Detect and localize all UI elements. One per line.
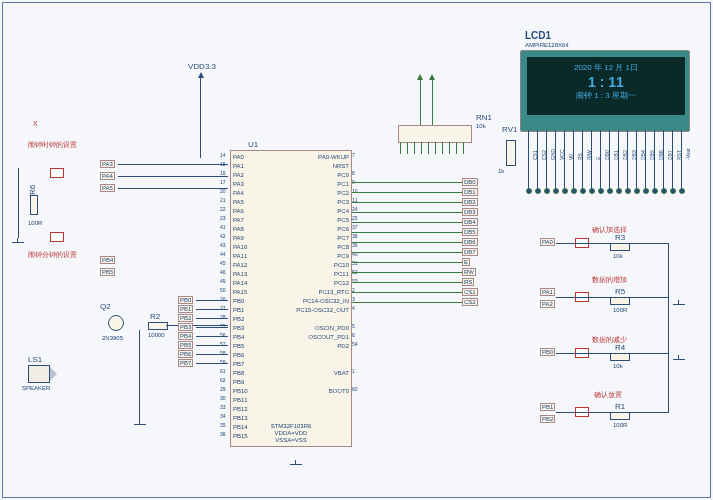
net-pa5: PA5	[100, 184, 115, 192]
r3[interactable]	[610, 243, 630, 251]
lcd-screen: 2020 年 12 月 1日 1 : 11 闹钟 1 : 3 星期一	[527, 57, 685, 115]
min-set-label: 闹钟分钟的设置	[28, 250, 77, 260]
x-label: X	[33, 120, 38, 127]
wire	[556, 412, 610, 413]
u1-power: VDDA=VDDVSSA=VSS	[275, 430, 308, 443]
wire	[118, 188, 228, 189]
gnd-ls	[134, 420, 146, 428]
r5[interactable]	[610, 297, 630, 305]
data-inc-label: 数据的增加	[592, 275, 627, 285]
net-pa2-r: PA2	[540, 300, 555, 308]
button-min-up[interactable]	[50, 232, 64, 242]
r2[interactable]	[148, 322, 168, 330]
net-pb1-r: PB1	[540, 403, 555, 411]
gnd-r1	[673, 300, 685, 308]
rn1[interactable]	[398, 125, 472, 143]
r5-ref: R5	[615, 287, 625, 296]
wire	[628, 243, 668, 244]
wire	[200, 78, 201, 158]
u1-ref: U1	[248, 140, 258, 149]
wire	[628, 297, 668, 298]
wire	[139, 330, 140, 420]
lcd-module[interactable]: 2020 年 12 月 1日 1 : 11 闹钟 1 : 3 星期一	[520, 50, 690, 132]
rv1-pot[interactable]	[506, 140, 516, 166]
lcd-part: AMPIRE128X64	[525, 42, 569, 48]
wire	[18, 168, 19, 238]
r6[interactable]	[30, 195, 38, 215]
lcd-ref: LCD1	[525, 30, 551, 41]
vdd-arrow	[198, 72, 204, 78]
net-pa1-r: PA1	[540, 288, 555, 296]
r6-val: 100R	[28, 220, 42, 226]
wire	[420, 80, 421, 130]
r4-val: 10k	[613, 363, 623, 369]
wire	[628, 412, 668, 413]
gnd-left	[12, 238, 24, 246]
gnd-chip	[290, 460, 302, 468]
q2-part: 2N3905	[102, 335, 123, 341]
confirm-set-label: 确认放置	[594, 390, 622, 400]
rv1-ref: RV1	[502, 125, 517, 134]
wire	[628, 353, 668, 354]
rn1-ref: RN1	[476, 113, 492, 122]
net-pb0-r: PB0	[540, 348, 555, 356]
lcd-line2: 1 : 11	[531, 75, 681, 89]
gnd-r2	[673, 355, 685, 363]
u1-chip[interactable]: PA0PA1PA2PA3PA4PA5PA6PA7PA8PA9PA10PA11PA…	[230, 150, 352, 447]
speaker[interactable]	[28, 365, 50, 383]
net-pb5: PB5	[100, 268, 115, 276]
wire	[668, 243, 669, 413]
q2-transistor[interactable]	[108, 315, 124, 331]
ls1-ref: LS1	[28, 355, 42, 364]
rv1-val: 1k	[498, 168, 504, 174]
wire	[166, 325, 228, 326]
hour-set-label: 闹钟时钟的设置	[28, 140, 77, 150]
r3-val: 10k	[613, 253, 623, 259]
wire	[556, 353, 610, 354]
r3-ref: R3	[615, 233, 625, 242]
wire	[118, 176, 228, 177]
lcd-line3: 闹钟 1 : 3 星期一	[531, 89, 681, 103]
net-pa4: PA4	[100, 172, 115, 180]
r2-val: 10000	[148, 332, 165, 338]
net-pb2-r: PB2	[540, 415, 555, 423]
wire	[556, 243, 610, 244]
wire	[432, 80, 433, 130]
wire	[556, 297, 610, 298]
button-hour-up[interactable]	[50, 168, 64, 178]
r2-ref: R2	[150, 312, 160, 321]
arrow	[429, 74, 435, 80]
rn1-val: 10k	[476, 123, 486, 129]
r1[interactable]	[610, 412, 630, 420]
lcd-line1: 2020 年 12 月 1日	[531, 61, 681, 75]
r6-ref: R6	[28, 185, 37, 195]
r5-val: 100R	[613, 307, 627, 313]
net-pa0-r: PA0	[540, 238, 555, 246]
arrow	[417, 74, 423, 80]
wire	[118, 164, 228, 165]
net-pa3: PA3	[100, 160, 115, 168]
vdd-label: VDD3.3	[188, 62, 216, 71]
u1-part: STM32F103R6	[271, 423, 312, 429]
r4[interactable]	[610, 353, 630, 361]
r4-ref: R4	[615, 343, 625, 352]
q2-ref: Q2	[100, 302, 111, 311]
r1-val: 100R	[613, 422, 627, 428]
ls1-part: SPEAKER	[22, 385, 50, 391]
r1-ref: R1	[615, 402, 625, 411]
net-pb4: PB4	[100, 256, 115, 264]
